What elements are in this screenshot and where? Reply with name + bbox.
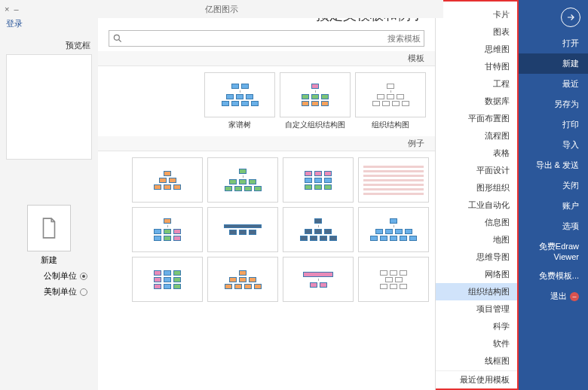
tpl-custom-org[interactable]: 自定义组织结构图 [280, 72, 351, 130]
example-8[interactable] [132, 207, 203, 252]
app-nav-sidebar: 打开 新建 最近 另存为 打印 导入 导出 & 发送 关闭 账户 选项 免费Ed… [519, 0, 588, 390]
nav-open[interactable]: 打开 [519, 33, 588, 53]
window-title: 亿图图示 [205, 4, 238, 15]
example-4[interactable] [132, 157, 203, 203]
nav-close[interactable]: 关闭 [519, 175, 588, 196]
tpl-family-tree[interactable]: 家谱树 [204, 72, 275, 130]
section-blank: 模板 [98, 51, 435, 66]
preview-box [6, 54, 92, 160]
cat-table[interactable]: 表格 [436, 145, 517, 162]
example-5[interactable] [358, 207, 429, 252]
cat-db[interactable]: 数据库 [436, 93, 517, 110]
cat-chart[interactable]: 图表 [436, 23, 517, 41]
create-label: 新建 [5, 254, 93, 266]
category-list: 卡片 图表 思维图 甘特图 工程 数据库 平面布置图 流程图 表格 平面设计 图… [436, 0, 519, 390]
cat-info[interactable]: 信息图 [436, 214, 517, 231]
cat-graphorg[interactable]: 图形组织 [436, 179, 517, 197]
example-7[interactable] [207, 207, 278, 252]
cat-mindmap2[interactable]: 思维导图 [436, 248, 517, 266]
window-controls[interactable]: × – [5, 5, 19, 14]
nav-exit[interactable]: 退出– [519, 286, 588, 306]
nav-viewer[interactable]: 免费Edraw Viewer [519, 236, 588, 266]
search-box[interactable] [109, 30, 424, 47]
search-input[interactable] [123, 32, 421, 45]
nav-import[interactable]: 导入 [519, 135, 588, 155]
tpl-orgchart[interactable]: 组织结构图 [355, 72, 426, 130]
document-icon [39, 217, 59, 239]
nav-export[interactable]: 导出 & 发送 [519, 155, 588, 175]
cat-industrial[interactable]: 工业自动化 [436, 197, 517, 214]
section-examples: 例子 [98, 136, 435, 151]
cat-science[interactable]: 科学 [436, 318, 517, 335]
back-button[interactable] [561, 8, 580, 27]
radio-icon [80, 288, 87, 296]
cat-floor[interactable]: 平面布置图 [436, 110, 517, 127]
search-icon [112, 33, 123, 44]
cat-wireframe[interactable]: 线框图 [436, 352, 517, 370]
nav-new[interactable]: 新建 [519, 53, 588, 74]
nav-options[interactable]: 选项 [519, 216, 588, 236]
cat-eng[interactable]: 工程 [436, 75, 517, 93]
example-11[interactable] [207, 257, 278, 302]
cat-gantt[interactable]: 甘特图 [436, 58, 517, 75]
cat-orgchart[interactable]: 组织结构图 [436, 283, 517, 300]
cat-flow[interactable]: 流程图 [436, 127, 517, 145]
main-panel: 预定义模板和例子 模板 组织结构图 自定义组织结构图 家谱树 例子 [98, 0, 436, 390]
svg-point-0 [114, 35, 119, 40]
example-3[interactable] [207, 157, 278, 203]
preview-label: 预览框 [8, 40, 90, 51]
cat-project[interactable]: 项目管理 [436, 300, 517, 318]
nav-account[interactable]: 账户 [519, 196, 588, 216]
nav-print[interactable]: 打印 [519, 114, 588, 135]
nav-recent[interactable]: 最近 [519, 74, 588, 94]
example-2[interactable] [283, 157, 354, 203]
exit-icon: – [570, 292, 579, 301]
cat-graphic[interactable]: 平面设计 [436, 162, 517, 179]
example-10[interactable] [283, 257, 354, 302]
cat-software[interactable]: 软件 [436, 335, 517, 352]
nav-save-as[interactable]: 另存为 [519, 94, 588, 114]
examples-scroll[interactable] [98, 151, 435, 390]
cat-map[interactable]: 地图 [436, 231, 517, 248]
radio-icon [80, 273, 87, 280]
title-bar: × – 亿图图示 [0, 0, 443, 18]
example-9[interactable] [358, 257, 429, 302]
unit-imperial-row[interactable]: 美制单位 [11, 286, 87, 297]
unit-metric-row[interactable]: 公制单位 [11, 270, 87, 282]
create-button[interactable] [27, 205, 71, 251]
cat-recent[interactable]: 最近使用模板 [436, 370, 517, 388]
nav-free-templates[interactable]: 免费模板... [519, 266, 588, 286]
example-6[interactable] [283, 207, 354, 252]
cat-mindmap1[interactable]: 思维图 [436, 41, 517, 58]
example-1[interactable] [358, 157, 429, 203]
example-12[interactable] [132, 257, 203, 302]
cat-card[interactable]: 卡片 [436, 6, 517, 23]
login-link[interactable]: 登录 [6, 18, 93, 29]
left-pane: × – 亿图图示 登录 预览框 新建 公制单位 美制单位 [0, 0, 98, 390]
cat-network[interactable]: 网络图 [436, 266, 517, 283]
